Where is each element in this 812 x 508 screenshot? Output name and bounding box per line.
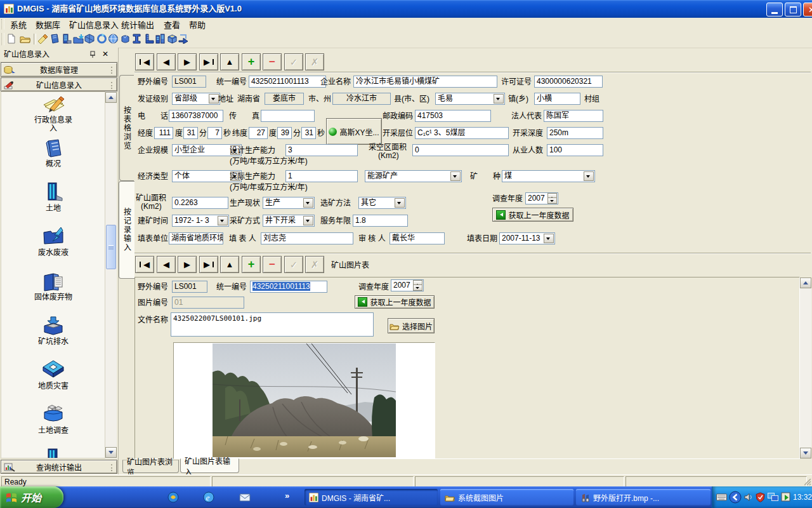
get-previous-year-button[interactable]: 获取上一年度数据 — [492, 208, 573, 222]
storage-box-icon[interactable] — [167, 34, 178, 44]
building-partial-icon[interactable] — [44, 448, 63, 458]
nav2-add-button[interactable]: + — [242, 256, 261, 273]
production-status-combo[interactable]: 生产 — [263, 197, 315, 209]
mineral-class-combo[interactable]: 能源矿产 — [365, 170, 462, 182]
mineral-kind-combo[interactable]: 煤 — [502, 170, 595, 182]
county-combo[interactable]: 毛易 — [435, 93, 505, 105]
app-status-tray-icon[interactable] — [781, 492, 791, 502]
mining-horizon-input[interactable]: C₁c¹ 3、5煤层 — [415, 127, 509, 139]
overview-icon[interactable] — [43, 138, 65, 159]
sidebar-item-geo-hazard[interactable]: 地质灾害 — [6, 382, 100, 391]
form2-scrollbar[interactable] — [800, 277, 811, 458]
pit-drainage-icon[interactable] — [42, 316, 65, 336]
quicklaunch-ie-icon[interactable]: e — [203, 491, 214, 503]
issue-level-combo[interactable]: 省部级 — [172, 93, 220, 105]
cube-icon[interactable] — [84, 34, 95, 44]
toolbar-grip[interactable] — [1, 33, 4, 45]
chevron-down-icon[interactable] — [218, 216, 228, 225]
security-shield-tray-icon[interactable] — [756, 492, 765, 502]
field-number-input[interactable]: LS001 — [172, 76, 206, 88]
menu-grip[interactable] — [1, 19, 4, 29]
latitude-sec-input[interactable]: 31 — [301, 127, 316, 139]
design-capacity-input[interactable]: 3 — [285, 144, 358, 156]
spin-down-icon[interactable] — [547, 197, 557, 204]
sign-pencil-icon[interactable] — [37, 34, 48, 44]
scroll-up-icon[interactable] — [800, 277, 811, 288]
employees-input[interactable]: 100 — [547, 144, 603, 156]
solid-waste-icon[interactable] — [42, 272, 65, 292]
nav1-first-button[interactable]: ◀ — [135, 53, 154, 70]
globe-icon[interactable] — [108, 34, 119, 44]
unified-number-input[interactable]: 43250211001113 — [250, 281, 327, 293]
nav2-top-button[interactable]: ▲ — [220, 256, 239, 273]
legal-rep-input[interactable]: 陈国军 — [544, 110, 603, 122]
column-icon[interactable] — [131, 34, 142, 44]
mine-area-input[interactable]: 0.2263 — [172, 197, 228, 209]
quicklaunch-more-chevron[interactable]: » — [285, 491, 289, 500]
nav2-first-button[interactable]: ◀ — [135, 256, 154, 273]
sidebar-item-wastewater[interactable]: 废水废液 — [6, 249, 100, 257]
menu-view[interactable]: 查看 — [159, 18, 185, 30]
tab-grid-browse[interactable]: 按表格浏览 — [119, 75, 134, 181]
longitude-sec-input[interactable]: 7 — [207, 127, 222, 139]
menu-system[interactable]: 系统 — [5, 18, 32, 30]
tray-clock[interactable]: 13:32 — [793, 493, 812, 502]
restore-button[interactable] — [785, 3, 801, 17]
sidebar-item-land[interactable]: 土地 — [6, 204, 100, 213]
open-folder-icon[interactable] — [20, 34, 30, 44]
tab-picture-browse[interactable]: 矿山图片表浏览 — [122, 460, 179, 473]
export-arrow-icon[interactable] — [178, 34, 189, 44]
sidebar-item-overview[interactable]: 概况 — [6, 160, 100, 168]
resize-grip[interactable] — [804, 479, 812, 486]
select-picture-button[interactable]: 选择图片 — [388, 318, 435, 333]
sidebar-group-database[interactable]: 数据库管理 — [1, 62, 117, 77]
scroll-down-icon[interactable] — [800, 448, 811, 458]
survey-year-spinner[interactable]: 2007 — [391, 279, 424, 291]
start-button[interactable]: 开始 — [0, 486, 63, 508]
volume-tray-icon[interactable] — [744, 493, 754, 502]
menu-statistics-output[interactable]: 统计输出 — [116, 18, 159, 30]
nav1-post-button[interactable]: ✓ — [284, 53, 303, 70]
filling-unit-input[interactable]: 湖南省地质环境 — [169, 232, 223, 244]
chevron-down-icon[interactable] — [450, 171, 461, 181]
nav1-add-button[interactable]: + — [242, 53, 261, 70]
tab-picture-entry[interactable]: 矿山图片表输入 — [180, 458, 239, 473]
latitude-deg-input[interactable]: 27 — [249, 127, 268, 139]
longitude-min-input[interactable]: 31 — [183, 127, 198, 139]
sidebar-group-mine-entry[interactable]: 矿山信息录入 — [1, 77, 117, 91]
goaf-area-input[interactable]: 0 — [412, 144, 509, 156]
chevron-down-icon[interactable] — [584, 171, 594, 181]
menu-mine-info-entry[interactable]: 矿山信息录入 — [64, 18, 124, 30]
scrollbar-thumb[interactable] — [106, 225, 116, 269]
nav2-last-button[interactable]: ▶ — [199, 256, 218, 273]
network-tray-icon[interactable] — [768, 493, 779, 502]
service-life-input[interactable]: 1.8 — [353, 215, 408, 227]
nav2-delete-button[interactable]: − — [263, 256, 282, 273]
unified-number-input[interactable]: 43250211001113 — [249, 76, 326, 88]
recycle-icon[interactable] — [96, 34, 107, 44]
auditor-input[interactable]: 戴长华 — [390, 232, 445, 244]
pin-icon[interactable] — [89, 51, 96, 58]
notebook-icon[interactable] — [49, 34, 60, 44]
picture-number-input[interactable]: 01 — [172, 297, 244, 309]
fax-input[interactable] — [261, 110, 315, 122]
file-name-input[interactable]: 4325022007LS00101.jpg — [171, 312, 374, 337]
actual-capacity-input[interactable]: 1 — [285, 170, 358, 182]
mining-method-combo[interactable]: 井下开采 — [263, 215, 315, 227]
enterprise-name-input[interactable]: 冷水江市毛易镇小横煤矿 — [353, 76, 497, 88]
nav2-post-button[interactable]: ✓ — [284, 256, 303, 273]
mining-depth-input[interactable]: 250m — [547, 127, 603, 139]
minimize-button[interactable] — [766, 3, 783, 17]
nav1-top-button[interactable]: ▲ — [220, 53, 239, 70]
keyboard-tray-icon[interactable] — [716, 493, 727, 501]
get-previous-year-button2[interactable]: 获取上一年度数据 — [355, 295, 435, 309]
chevron-down-icon[interactable] — [494, 94, 504, 104]
latitude-min-input[interactable]: 39 — [277, 127, 292, 139]
fill-date-combo[interactable]: 2007-11-13 — [499, 232, 555, 244]
build-date-combo[interactable]: 1972- 1- 3 — [172, 215, 229, 227]
sidebar-scrollbar[interactable] — [105, 91, 117, 458]
chevron-down-icon[interactable] — [209, 94, 219, 104]
land-survey-icon[interactable] — [42, 403, 65, 425]
language-tray-icon[interactable] — [729, 491, 742, 504]
land-icon[interactable] — [43, 182, 65, 203]
